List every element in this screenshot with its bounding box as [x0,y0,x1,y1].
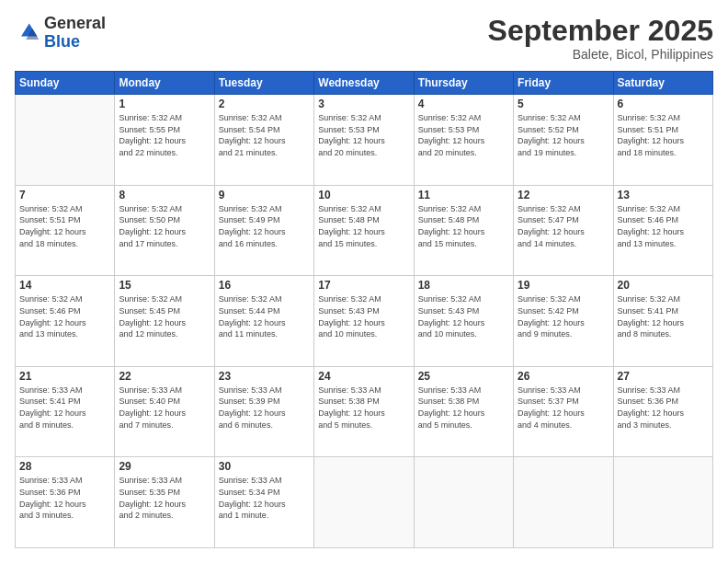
day-info: Sunrise: 5:33 AMSunset: 5:38 PMDaylight:… [318,385,409,431]
day-number: 10 [318,189,409,201]
table-row: 7Sunrise: 5:32 AMSunset: 5:51 PMDaylight… [16,185,115,276]
day-number: 3 [318,98,409,110]
table-row: 23Sunrise: 5:33 AMSunset: 5:39 PMDayligh… [214,366,313,457]
day-info: Sunrise: 5:32 AMSunset: 5:53 PMDaylight:… [318,112,409,158]
day-number: 21 [19,370,110,383]
col-friday: Friday [514,72,613,95]
table-row: 9Sunrise: 5:32 AMSunset: 5:49 PMDaylight… [214,185,313,276]
calendar-week-row: 1Sunrise: 5:32 AMSunset: 5:55 PMDaylight… [16,95,713,186]
day-info: Sunrise: 5:32 AMSunset: 5:46 PMDaylight:… [618,203,709,249]
col-tuesday: Tuesday [214,72,313,95]
calendar-week-row: 7Sunrise: 5:32 AMSunset: 5:51 PMDaylight… [16,185,713,276]
table-row: 2Sunrise: 5:32 AMSunset: 5:54 PMDaylight… [214,95,313,186]
calendar-week-row: 14Sunrise: 5:32 AMSunset: 5:46 PMDayligh… [16,276,713,367]
day-info: Sunrise: 5:33 AMSunset: 5:35 PMDaylight:… [119,475,210,521]
title-block: September 2025 Balete, Bicol, Philippine… [488,15,713,62]
day-info: Sunrise: 5:33 AMSunset: 5:37 PMDaylight:… [518,385,609,431]
day-info: Sunrise: 5:32 AMSunset: 5:47 PMDaylight:… [518,203,609,249]
day-number: 11 [418,189,509,201]
logo-blue-text: Blue [44,32,80,51]
table-row: 24Sunrise: 5:33 AMSunset: 5:38 PMDayligh… [314,366,414,457]
day-number: 19 [518,279,609,292]
header: General Blue September 2025 Balete, Bico… [15,15,713,62]
day-info: Sunrise: 5:33 AMSunset: 5:41 PMDaylight:… [19,385,110,431]
day-info: Sunrise: 5:33 AMSunset: 5:34 PMDaylight:… [219,475,310,521]
day-number: 16 [219,279,310,292]
day-info: Sunrise: 5:32 AMSunset: 5:49 PMDaylight:… [219,203,310,249]
table-row: 5Sunrise: 5:32 AMSunset: 5:52 PMDaylight… [514,95,613,186]
day-info: Sunrise: 5:32 AMSunset: 5:53 PMDaylight:… [418,112,509,158]
table-row: 3Sunrise: 5:32 AMSunset: 5:53 PMDaylight… [314,95,414,186]
day-number: 6 [618,98,709,110]
location: Balete, Bicol, Philippines [488,47,713,62]
table-row [314,457,414,548]
table-row: 15Sunrise: 5:32 AMSunset: 5:45 PMDayligh… [115,276,214,367]
calendar-week-row: 21Sunrise: 5:33 AMSunset: 5:41 PMDayligh… [16,366,713,457]
table-row: 13Sunrise: 5:32 AMSunset: 5:46 PMDayligh… [613,185,712,276]
day-number: 28 [19,460,110,473]
logo: General Blue [15,15,106,52]
day-number: 18 [418,279,509,292]
day-info: Sunrise: 5:32 AMSunset: 5:48 PMDaylight:… [318,203,409,249]
table-row: 30Sunrise: 5:33 AMSunset: 5:34 PMDayligh… [214,457,313,548]
col-thursday: Thursday [414,72,513,95]
calendar-header-row: Sunday Monday Tuesday Wednesday Thursday… [16,72,713,95]
day-info: Sunrise: 5:32 AMSunset: 5:55 PMDaylight:… [119,112,210,158]
day-number: 23 [219,370,310,383]
month-title: September 2025 [488,15,713,47]
table-row: 21Sunrise: 5:33 AMSunset: 5:41 PMDayligh… [16,366,115,457]
day-number: 15 [119,279,210,292]
day-number: 12 [518,189,609,201]
day-number: 4 [418,98,509,110]
table-row: 20Sunrise: 5:32 AMSunset: 5:41 PMDayligh… [613,276,712,367]
table-row: 8Sunrise: 5:32 AMSunset: 5:50 PMDaylight… [115,185,214,276]
day-info: Sunrise: 5:32 AMSunset: 5:54 PMDaylight:… [219,112,310,158]
day-number: 20 [618,279,709,292]
col-monday: Monday [115,72,214,95]
table-row: 11Sunrise: 5:32 AMSunset: 5:48 PMDayligh… [414,185,513,276]
day-info: Sunrise: 5:33 AMSunset: 5:38 PMDaylight:… [418,385,509,431]
day-number: 27 [618,370,709,383]
table-row [16,95,115,186]
logo-general-text: General [44,14,106,32]
col-wednesday: Wednesday [314,72,414,95]
calendar-week-row: 28Sunrise: 5:33 AMSunset: 5:36 PMDayligh… [16,457,713,548]
day-number: 24 [318,370,409,383]
calendar-table: Sunday Monday Tuesday Wednesday Thursday… [15,71,713,548]
day-info: Sunrise: 5:32 AMSunset: 5:43 PMDaylight:… [418,293,509,339]
day-info: Sunrise: 5:32 AMSunset: 5:41 PMDaylight:… [618,293,709,339]
day-number: 30 [219,460,310,473]
day-number: 14 [19,279,110,292]
table-row: 25Sunrise: 5:33 AMSunset: 5:38 PMDayligh… [414,366,513,457]
day-number: 5 [518,98,609,110]
table-row: 27Sunrise: 5:33 AMSunset: 5:36 PMDayligh… [613,366,712,457]
day-info: Sunrise: 5:33 AMSunset: 5:39 PMDaylight:… [219,385,310,431]
day-info: Sunrise: 5:32 AMSunset: 5:50 PMDaylight:… [119,203,210,249]
table-row: 6Sunrise: 5:32 AMSunset: 5:51 PMDaylight… [613,95,712,186]
day-number: 8 [119,189,210,201]
table-row: 19Sunrise: 5:32 AMSunset: 5:42 PMDayligh… [514,276,613,367]
table-row [414,457,513,548]
day-info: Sunrise: 5:32 AMSunset: 5:48 PMDaylight:… [418,203,509,249]
day-info: Sunrise: 5:32 AMSunset: 5:46 PMDaylight:… [19,293,110,339]
table-row: 4Sunrise: 5:32 AMSunset: 5:53 PMDaylight… [414,95,513,186]
day-info: Sunrise: 5:32 AMSunset: 5:51 PMDaylight:… [618,112,709,158]
day-number: 29 [119,460,210,473]
day-info: Sunrise: 5:32 AMSunset: 5:52 PMDaylight:… [518,112,609,158]
table-row: 26Sunrise: 5:33 AMSunset: 5:37 PMDayligh… [514,366,613,457]
table-row: 18Sunrise: 5:32 AMSunset: 5:43 PMDayligh… [414,276,513,367]
day-info: Sunrise: 5:32 AMSunset: 5:43 PMDaylight:… [318,293,409,339]
table-row: 16Sunrise: 5:32 AMSunset: 5:44 PMDayligh… [214,276,313,367]
table-row: 10Sunrise: 5:32 AMSunset: 5:48 PMDayligh… [314,185,414,276]
day-info: Sunrise: 5:32 AMSunset: 5:51 PMDaylight:… [19,203,110,249]
table-row: 22Sunrise: 5:33 AMSunset: 5:40 PMDayligh… [115,366,214,457]
col-saturday: Saturday [613,72,712,95]
col-sunday: Sunday [16,72,115,95]
table-row: 17Sunrise: 5:32 AMSunset: 5:43 PMDayligh… [314,276,414,367]
day-number: 26 [518,370,609,383]
table-row: 28Sunrise: 5:33 AMSunset: 5:36 PMDayligh… [16,457,115,548]
table-row [514,457,613,548]
table-row [613,457,712,548]
logo-icon [15,20,40,46]
day-info: Sunrise: 5:32 AMSunset: 5:42 PMDaylight:… [518,293,609,339]
